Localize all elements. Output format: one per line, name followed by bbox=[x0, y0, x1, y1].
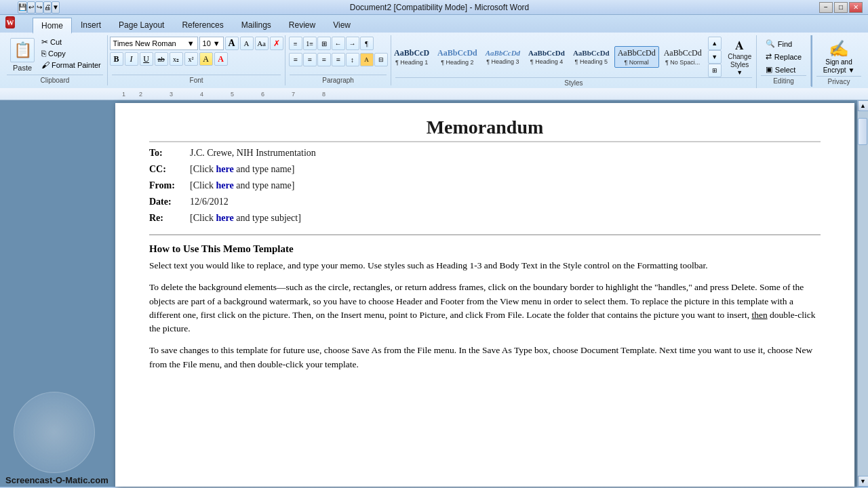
from-value[interactable]: [Click here and type name] bbox=[190, 180, 294, 191]
grow-font-button[interactable]: A bbox=[225, 37, 239, 50]
font-size-combo[interactable]: 10 ▼ bbox=[199, 37, 224, 50]
styles-group-label: Styles bbox=[395, 77, 752, 87]
customize-btn[interactable]: ▼ bbox=[52, 1, 60, 14]
scroll-down-button[interactable]: ▼ bbox=[858, 476, 869, 487]
show-formatting-button[interactable]: ¶ bbox=[360, 37, 374, 50]
cc-value[interactable]: [Click here and type name] bbox=[190, 164, 294, 175]
strikethrough-button[interactable]: ab bbox=[155, 52, 168, 66]
scrollbar-thumb[interactable] bbox=[858, 118, 867, 145]
border-button[interactable]: ⊟ bbox=[374, 53, 388, 66]
then-text: then bbox=[751, 310, 767, 320]
quick-print-btn[interactable]: 🖨 bbox=[43, 1, 52, 14]
heading4-preview: AaBbCcDd bbox=[528, 49, 565, 58]
document-title: Memorandum bbox=[149, 117, 821, 142]
tab-insert[interactable]: Insert bbox=[72, 16, 110, 33]
style-nospacing[interactable]: AaBbCcDd ¶ No Spaci... bbox=[660, 46, 705, 67]
font-color-button[interactable]: A bbox=[214, 52, 228, 66]
quick-undo-btn[interactable]: ↩ bbox=[27, 1, 35, 14]
clear-formatting-button[interactable]: ✗ bbox=[270, 37, 283, 50]
format-painter-button[interactable]: 🖌 Format Painter bbox=[39, 60, 103, 70]
shrink-font-button[interactable]: A bbox=[240, 37, 254, 50]
tab-references[interactable]: References bbox=[173, 16, 232, 33]
styles-expand[interactable]: ⊞ bbox=[708, 64, 722, 77]
from-label: From: bbox=[149, 180, 190, 191]
memo-to-row: To: J.C. Crewe, NIH Instrumentation bbox=[149, 148, 821, 159]
superscript-button[interactable]: x² bbox=[184, 52, 198, 66]
body-paragraph-3: To save changes to this template for fut… bbox=[149, 344, 821, 371]
font-name-combo[interactable]: Times New Roman ▼ bbox=[110, 37, 198, 50]
align-buttons-row: ≡ ≡ ≡ ≡ ↕ A ⊟ bbox=[289, 53, 388, 66]
body-paragraph-2: To delete the background elements—such a… bbox=[149, 281, 821, 336]
format-painter-icon: 🖌 bbox=[41, 60, 50, 70]
style-heading5[interactable]: AaBbCcDd ¶ Heading 5 bbox=[570, 47, 613, 67]
minimize-btn[interactable]: − bbox=[819, 2, 833, 13]
change-case-button[interactable]: Aa bbox=[255, 37, 269, 50]
increase-indent-button[interactable]: → bbox=[346, 37, 359, 50]
select-label: Select bbox=[775, 66, 796, 74]
style-heading1[interactable]: AaBbCcD ¶ Heading 1 bbox=[391, 46, 433, 67]
shading-button[interactable]: A bbox=[360, 53, 374, 66]
tab-mailings[interactable]: Mailings bbox=[233, 16, 280, 33]
title-bar: W 💾 ↩ ↪ 🖨 ▼ Document2 [Compatibility Mod… bbox=[0, 0, 868, 15]
italic-button[interactable]: I bbox=[125, 52, 138, 66]
date-value: 12/6/2012 bbox=[190, 197, 229, 207]
decrease-indent-button[interactable]: ← bbox=[332, 37, 345, 50]
re-value[interactable]: [Click here and type subject] bbox=[190, 213, 301, 224]
change-styles-button[interactable]: 𝐀 ChangeStyles ▼ bbox=[723, 37, 757, 77]
scrollbar-track[interactable] bbox=[858, 111, 869, 476]
justify-button[interactable]: ≡ bbox=[332, 53, 345, 66]
paste-button[interactable]: 📋 Paste bbox=[7, 37, 38, 73]
memo-re-row: Re: [Click here and type subject] bbox=[149, 213, 821, 224]
select-icon: ▣ bbox=[766, 65, 772, 74]
style-heading3[interactable]: AaBbCcDd ¶ Heading 3 bbox=[482, 47, 524, 67]
privacy-group: ✍ Sign andEncrypt ▼ Privacy bbox=[811, 35, 865, 87]
heading5-preview: AaBbCcDd bbox=[573, 49, 610, 58]
underline-button[interactable]: U bbox=[140, 52, 153, 66]
align-right-button[interactable]: ≡ bbox=[317, 53, 331, 66]
styles-scroll-up[interactable]: ▲ bbox=[708, 37, 722, 50]
styles-scroll-down[interactable]: ▼ bbox=[708, 50, 722, 64]
style-heading2[interactable]: AaBbCcDd ¶ Heading 2 bbox=[434, 46, 481, 67]
select-button[interactable]: ▣ Select bbox=[763, 64, 799, 75]
scroll-up-button[interactable]: ▲ bbox=[858, 100, 869, 111]
font-format-row: B I U ab x₂ x² A A bbox=[110, 52, 228, 66]
quick-save-btn[interactable]: 💾 bbox=[18, 1, 27, 14]
quick-redo-btn[interactable]: ↪ bbox=[35, 1, 43, 14]
cc-label: CC: bbox=[149, 164, 190, 175]
tab-home[interactable]: Home bbox=[33, 18, 72, 34]
tab-view[interactable]: View bbox=[324, 16, 359, 33]
date-label: Date: bbox=[149, 197, 190, 207]
close-btn[interactable]: ✕ bbox=[849, 2, 863, 13]
style-normal[interactable]: AaBbCcDd ¶ Normal bbox=[614, 46, 659, 67]
line-spacing-button[interactable]: ↕ bbox=[346, 53, 359, 66]
highlight-button[interactable]: A bbox=[199, 52, 213, 66]
cut-button[interactable]: ✂ Cut bbox=[39, 37, 103, 47]
align-center-button[interactable]: ≡ bbox=[303, 53, 317, 66]
memo-from-row: From: [Click here and type name] bbox=[149, 180, 821, 191]
editing-group: 🔍 Find ⇄ Replace ▣ Select Editing bbox=[757, 35, 811, 86]
copy-label: Copy bbox=[48, 49, 66, 58]
sign-encrypt-button[interactable]: ✍ Sign andEncrypt ▼ bbox=[822, 38, 856, 76]
document-page[interactable]: Memorandum To: J.C. Crewe, NIH Instrumen… bbox=[115, 103, 854, 487]
copy-button[interactable]: ⎘ Copy bbox=[39, 48, 103, 59]
align-left-button[interactable]: ≡ bbox=[289, 53, 302, 66]
tab-page-layout[interactable]: Page Layout bbox=[110, 16, 173, 33]
find-button[interactable]: 🔍 Find bbox=[763, 38, 795, 49]
numbering-button[interactable]: 1≡ bbox=[303, 37, 317, 50]
bold-button[interactable]: B bbox=[110, 52, 123, 66]
cut-icon: ✂ bbox=[41, 37, 48, 47]
subscript-button[interactable]: x₂ bbox=[170, 52, 183, 66]
cut-label: Cut bbox=[50, 38, 62, 46]
left-sidebar bbox=[0, 100, 115, 487]
heading1-preview: AaBbCcD bbox=[394, 48, 429, 58]
paste-icon: 📋 bbox=[10, 38, 35, 62]
style-heading4[interactable]: AaBbCcDd ¶ Heading 4 bbox=[525, 47, 568, 67]
multilevel-button[interactable]: ⊞ bbox=[317, 37, 331, 50]
body-paragraph-1: Select text you would like to replace, a… bbox=[149, 259, 821, 272]
heading3-label: ¶ Heading 3 bbox=[486, 58, 519, 65]
office-button[interactable]: W bbox=[5, 16, 15, 28]
restore-btn[interactable]: □ bbox=[834, 2, 848, 13]
bullets-button[interactable]: ≡ bbox=[289, 37, 302, 50]
tab-review[interactable]: Review bbox=[280, 16, 324, 33]
replace-button[interactable]: ⇄ Replace bbox=[763, 51, 804, 62]
